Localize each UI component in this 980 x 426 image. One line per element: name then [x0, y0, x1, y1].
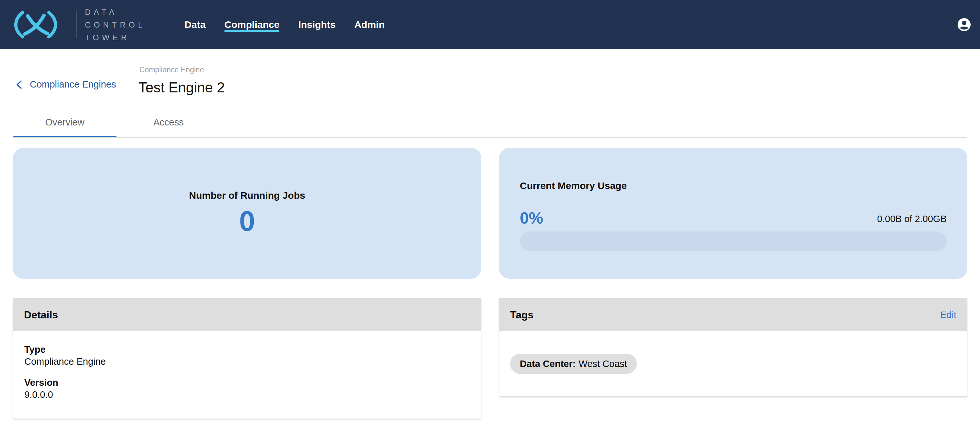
details-panel: Details Type Compliance Engine Version 9…: [13, 298, 481, 419]
brand-logo: DATA CONTROL TOWER: [12, 6, 145, 44]
running-jobs-count: 0: [13, 206, 481, 237]
memory-percent: 0%: [520, 209, 543, 227]
field-label: Type: [24, 344, 470, 356]
nav-item-insights[interactable]: Insights: [298, 16, 336, 33]
page-title: Test Engine 2: [138, 78, 225, 96]
top-navbar: DATA CONTROL TOWER Data Compliance Insig…: [0, 0, 980, 49]
running-jobs-card: Number of Running Jobs 0: [13, 148, 481, 279]
memory-stats-row: 0% 0.00B of 2.00GB: [520, 209, 947, 227]
page-header: Compliance Engines Compliance Engine Tes…: [0, 49, 980, 138]
entity-type-label: Compliance Engine: [139, 65, 204, 74]
brand-wordmark: DATA CONTROL TOWER: [85, 6, 145, 44]
field-label: Version: [24, 377, 470, 389]
back-link-label: Compliance Engines: [30, 79, 116, 90]
back-link-compliance-engines[interactable]: Compliance Engines: [15, 79, 116, 90]
details-title: Details: [24, 309, 58, 321]
tags-panel: Tags Edit Data Center: West Coast: [499, 298, 967, 397]
details-panel-body: Type Compliance Engine Version 9.0.0.0: [13, 331, 481, 419]
tab-bar: Overview Access: [13, 107, 220, 138]
details-field-type: Type Compliance Engine: [24, 344, 470, 368]
main-content: Number of Running Jobs 0 Current Memory …: [0, 148, 980, 419]
nav-item-admin[interactable]: Admin: [354, 16, 384, 33]
tabs-divider: [13, 137, 967, 138]
tag-chip-value: West Coast: [579, 359, 627, 369]
nav-item-compliance[interactable]: Compliance: [224, 16, 279, 33]
delphix-logo-icon: [12, 11, 60, 38]
tags-panel-header: Tags Edit: [499, 298, 967, 331]
nav-item-data[interactable]: Data: [185, 16, 205, 33]
details-field-version: Version 9.0.0.0: [24, 377, 470, 401]
tab-access-label: Access: [153, 117, 183, 128]
wordmark-line: CONTROL: [85, 19, 145, 31]
field-value: Compliance Engine: [24, 356, 470, 368]
tag-chip: Data Center: West Coast: [510, 354, 637, 374]
edit-tags-link[interactable]: Edit: [940, 310, 956, 320]
account-circle-icon: [957, 18, 971, 32]
tags-panel-body: Data Center: West Coast: [499, 331, 967, 397]
primary-nav: Data Compliance Insights Admin: [185, 16, 384, 33]
tab-access[interactable]: Access: [117, 107, 220, 138]
memory-progress-bar: [520, 231, 947, 251]
account-button[interactable]: [957, 18, 971, 32]
field-value: 9.0.0.0: [24, 389, 470, 401]
wordmark-line: TOWER: [85, 31, 145, 44]
running-jobs-title: Number of Running Jobs: [13, 189, 481, 202]
memory-usage-text: 0.00B of 2.00GB: [877, 214, 947, 227]
memory-usage-title: Current Memory Usage: [520, 180, 947, 192]
details-panel-header: Details: [13, 298, 481, 331]
wordmark-line: DATA: [85, 6, 145, 19]
tag-chip-key: Data Center:: [520, 359, 576, 369]
logo-divider: [76, 11, 77, 38]
chevron-left-icon: [15, 80, 23, 90]
tags-title: Tags: [510, 309, 533, 321]
memory-usage-card: Current Memory Usage 0% 0.00B of 2.00GB: [499, 148, 967, 279]
tab-overview-label: Overview: [45, 117, 84, 128]
tab-overview[interactable]: Overview: [13, 107, 117, 138]
